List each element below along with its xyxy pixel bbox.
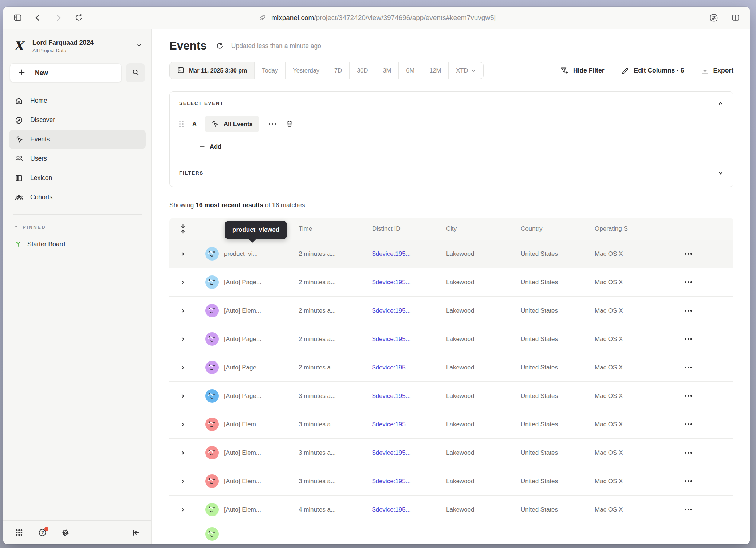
forward-button-icon[interactable]	[54, 13, 63, 23]
column-header-time[interactable]: Time	[299, 225, 372, 232]
preset-3m[interactable]: 3M	[375, 62, 398, 79]
drag-handle-icon[interactable]	[179, 121, 184, 128]
expand-row-icon[interactable]	[180, 365, 185, 370]
row-options-menu[interactable]	[682, 308, 694, 313]
row-options-menu[interactable]	[682, 421, 694, 427]
sidebar-item-events[interactable]: Events	[9, 130, 146, 149]
row-options-menu[interactable]	[682, 450, 694, 455]
back-button-icon[interactable]	[33, 13, 43, 23]
expand-row-icon[interactable]	[180, 394, 185, 399]
cell-country: United States	[521, 364, 595, 371]
project-switcher[interactable]: X Lord Farquaad 2024 All Project Data	[9, 36, 146, 54]
trash-icon[interactable]	[286, 120, 294, 128]
preset-xtd[interactable]: XTD	[448, 62, 483, 79]
table-row[interactable]: product_vi... 2 minutes a... $device:195…	[169, 240, 733, 268]
cell-distinct-id-link[interactable]: $device:195...	[372, 392, 446, 400]
export-button[interactable]: Export	[701, 67, 733, 75]
cell-distinct-id-link[interactable]: $device:195...	[372, 421, 446, 428]
row-options-menu[interactable]	[682, 478, 694, 484]
cell-distinct-id-link[interactable]: $device:195...	[372, 449, 446, 457]
preset-30d[interactable]: 30D	[349, 62, 375, 79]
table-row[interactable]: [Auto] Page... 2 minutes a... $device:19…	[169, 325, 733, 353]
event-selector-chip[interactable]: All Events	[205, 116, 259, 132]
cell-distinct-id-link[interactable]: $device:195...	[372, 336, 446, 343]
preset-yesterday[interactable]: Yesterday	[285, 62, 327, 79]
table-row[interactable]: [Auto] Elem... 3 minutes a... $device:19…	[169, 410, 733, 439]
preset-7d[interactable]: 7D	[327, 62, 349, 79]
select-event-section: SELECT EVENT A All Events	[170, 92, 733, 161]
date-range-control: Mar 11, 2025 3:30 pm Today Yesterday 7D …	[169, 62, 484, 79]
row-options-menu[interactable]	[682, 506, 694, 512]
table-row[interactable]	[169, 524, 733, 544]
row-options-menu[interactable]	[682, 279, 694, 285]
mixpanel-logo-icon: X	[13, 38, 27, 54]
sidebar-divider	[13, 214, 142, 215]
project-subtitle: All Project Data	[32, 48, 131, 53]
table-row[interactable]: [Auto] Page... 2 minutes a... $device:19…	[169, 353, 733, 382]
table-row[interactable]: [Auto] Page... 3 minutes a... $device:19…	[169, 382, 733, 410]
expand-row-icon[interactable]	[180, 337, 185, 342]
cell-event-name: [Auto] Elem...	[224, 421, 299, 428]
expand-row-icon[interactable]	[180, 308, 185, 313]
sidebar-item-cohorts[interactable]: Cohorts	[9, 188, 146, 207]
preset-today[interactable]: Today	[254, 62, 285, 79]
cell-distinct-id-link[interactable]: $device:195...	[372, 250, 446, 258]
expand-row-icon[interactable]	[180, 479, 185, 484]
page-settings-icon[interactable]	[709, 13, 718, 23]
cell-distinct-id-link[interactable]: $device:195...	[372, 307, 446, 314]
expand-row-icon[interactable]	[180, 422, 185, 427]
collapse-sidebar-icon[interactable]	[131, 528, 141, 537]
cell-distinct-id-link[interactable]: $device:195...	[372, 279, 446, 286]
column-header-city[interactable]: City	[446, 225, 521, 232]
preset-12m[interactable]: 12M	[422, 62, 448, 79]
pinned-section-header[interactable]: PINNED	[9, 224, 146, 230]
search-button[interactable]	[126, 63, 145, 82]
refresh-icon[interactable]	[216, 42, 224, 50]
apps-grid-icon[interactable]	[14, 528, 24, 537]
table-row[interactable]: [Auto] Elem... 4 minutes a... $device:19…	[169, 496, 733, 524]
expand-row-icon[interactable]	[180, 280, 185, 285]
reload-icon[interactable]	[74, 13, 83, 23]
help-icon[interactable]: ?	[38, 528, 47, 537]
sidebar-item-starter-board[interactable]: Starter Board	[9, 236, 146, 252]
table-row[interactable]: [Auto] Elem... 3 minutes a... $device:19…	[169, 439, 733, 467]
sidebar-item-home[interactable]: Home	[9, 91, 146, 110]
row-options-menu[interactable]	[682, 364, 694, 370]
table-row[interactable]: [Auto] Page... 2 minutes a... $device:19…	[169, 268, 733, 297]
column-header-os[interactable]: Operating S	[595, 225, 674, 232]
cohorts-icon	[14, 193, 24, 202]
cell-distinct-id-link[interactable]: $device:195...	[372, 506, 446, 513]
cell-time: 2 minutes a...	[299, 250, 372, 258]
hide-filter-button[interactable]: Hide Filter	[560, 66, 605, 75]
edit-columns-button[interactable]: Edit Columns · 6	[621, 66, 684, 75]
new-button[interactable]: New	[10, 63, 122, 82]
cell-distinct-id-link[interactable]: $device:195...	[372, 478, 446, 485]
cell-country: United States	[521, 250, 595, 258]
sidebar-item-lexicon[interactable]: Lexicon	[9, 168, 146, 188]
event-options-menu[interactable]	[267, 121, 279, 127]
settings-gear-icon[interactable]	[61, 528, 70, 537]
add-event-button[interactable]: Add	[199, 143, 724, 152]
column-header-country[interactable]: Country	[521, 225, 595, 232]
row-options-menu[interactable]	[682, 336, 694, 342]
row-options-menu[interactable]	[682, 393, 694, 399]
column-header-distinct-id[interactable]: Distinct ID	[372, 225, 446, 232]
expand-row-icon[interactable]	[180, 251, 185, 257]
export-label: Export	[713, 67, 733, 74]
sidebar-toggle-icon[interactable]	[13, 13, 22, 23]
expand-row-icon[interactable]	[180, 507, 185, 512]
table-row[interactable]: [Auto] Elem... 2 minutes a... $device:19…	[169, 297, 733, 325]
split-view-icon[interactable]	[731, 13, 740, 23]
collapse-all-icon[interactable]	[180, 224, 186, 234]
expand-row-icon[interactable]	[180, 450, 185, 455]
sidebar-item-discover[interactable]: Discover	[9, 110, 146, 130]
preset-6m[interactable]: 6M	[398, 62, 422, 79]
table-row[interactable]: [Auto] Elem... 3 minutes a... $device:19…	[169, 467, 733, 496]
row-options-menu[interactable]	[682, 251, 694, 257]
cell-distinct-id-link[interactable]: $device:195...	[372, 364, 446, 371]
sidebar-item-users[interactable]: Users	[9, 149, 146, 168]
url-bar[interactable]: mixpanel.com/project/3472420/view/397469…	[257, 7, 496, 29]
chevron-up-icon[interactable]	[718, 101, 724, 108]
chevron-down-icon[interactable]	[718, 170, 724, 177]
date-picker[interactable]: Mar 11, 2025 3:30 pm	[170, 62, 254, 79]
